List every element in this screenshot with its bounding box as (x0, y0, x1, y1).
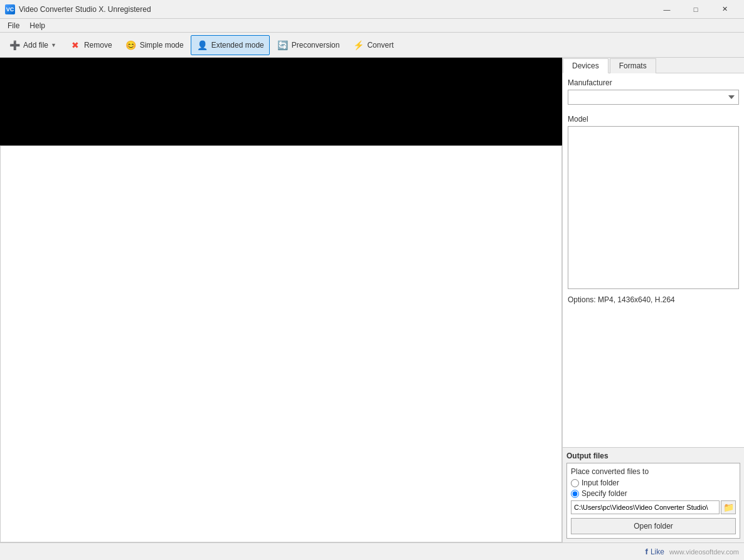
input-folder-row: Input folder (571, 478, 736, 487)
left-panel (0, 58, 562, 542)
specify-folder-row: Specify folder (571, 489, 736, 498)
specify-folder-radio[interactable] (571, 490, 579, 498)
options-text: Options: MP4, 1436x640, H.264 (568, 294, 739, 305)
menu-help[interactable]: Help (24, 20, 50, 31)
extended-mode-label: Extended mode (211, 41, 264, 50)
simple-mode-label: Simple mode (140, 41, 184, 50)
preconversion-button[interactable]: 🔄 Preconversion (271, 35, 346, 55)
convert-label: Convert (367, 41, 393, 50)
add-file-icon: ➕ (8, 39, 21, 51)
file-list-area (0, 145, 562, 542)
manufacturer-label: Manufacturer (568, 78, 739, 87)
fb-like-label[interactable]: Like (651, 547, 664, 556)
output-box: Place converted files to Input folder Sp… (566, 463, 740, 539)
fb-like-area: f Like (646, 547, 664, 556)
minimize-button[interactable]: — (652, 0, 681, 19)
manufacturer-select[interactable] (568, 90, 739, 105)
close-button[interactable]: ✕ (710, 0, 739, 19)
folder-icon: 📁 (723, 502, 734, 512)
app-icon: VC (5, 4, 15, 14)
extended-mode-icon: 👤 (196, 39, 209, 51)
window-controls: — □ ✕ (652, 0, 739, 19)
remove-icon: ✖ (69, 39, 82, 51)
open-folder-button[interactable]: Open folder (571, 518, 736, 534)
status-bar: f Like www.videosoftdev.com (0, 542, 744, 560)
title-bar: VC Video Converter Studio X. Unregistere… (0, 0, 744, 19)
right-panel: Devices Formats Manufacturer Model Optio… (562, 58, 744, 542)
simple-mode-icon: 😊 (125, 39, 137, 51)
output-section: Output files Place converted files to In… (563, 447, 744, 542)
add-file-dropdown-icon: ▼ (51, 42, 56, 48)
add-file-label: Add file (23, 41, 48, 50)
title-bar-left: VC Video Converter Studio X. Unregistere… (5, 4, 151, 14)
menu-file[interactable]: File (3, 20, 24, 31)
simple-mode-button[interactable]: 😊 Simple mode (119, 35, 189, 55)
folder-row: 📁 (571, 500, 736, 514)
input-folder-label[interactable]: Input folder (582, 478, 619, 487)
tab-devices[interactable]: Devices (563, 58, 608, 73)
folder-path-input[interactable] (571, 500, 720, 514)
place-converted-label: Place converted files to (571, 467, 736, 476)
remove-button[interactable]: ✖ Remove (63, 35, 118, 55)
preconversion-icon: 🔄 (277, 39, 289, 51)
extended-mode-button[interactable]: 👤 Extended mode (191, 35, 270, 55)
folder-browse-button[interactable]: 📁 (721, 500, 736, 514)
model-label: Model (568, 115, 739, 124)
output-title: Output files (566, 452, 740, 460)
add-file-button[interactable]: ➕ Add file ▼ (3, 35, 62, 55)
tab-formats[interactable]: Formats (610, 58, 656, 73)
menu-bar: File Help (0, 19, 744, 33)
video-area (0, 58, 562, 145)
toolbar: ➕ Add file ▼ ✖ Remove 😊 Simple mode 👤 Ex… (0, 33, 744, 58)
watermark-text: www.videosoftdev.com (669, 548, 739, 556)
fb-icon: f (646, 547, 648, 556)
maximize-button[interactable]: □ (681, 0, 710, 19)
tabs-header: Devices Formats (563, 58, 744, 73)
input-folder-radio[interactable] (571, 479, 579, 487)
window-title: Video Converter Studio X. Unregistered (19, 5, 151, 14)
specify-folder-label[interactable]: Specify folder (582, 489, 627, 498)
preconversion-label: Preconversion (292, 41, 340, 50)
right-content: Manufacturer Model Options: MP4, 1436x64… (563, 73, 744, 447)
convert-button[interactable]: ⚡ Convert (346, 35, 399, 55)
convert-icon: ⚡ (352, 39, 364, 51)
remove-label: Remove (84, 41, 112, 50)
model-list[interactable] (568, 126, 739, 289)
main-content: Devices Formats Manufacturer Model Optio… (0, 58, 744, 542)
